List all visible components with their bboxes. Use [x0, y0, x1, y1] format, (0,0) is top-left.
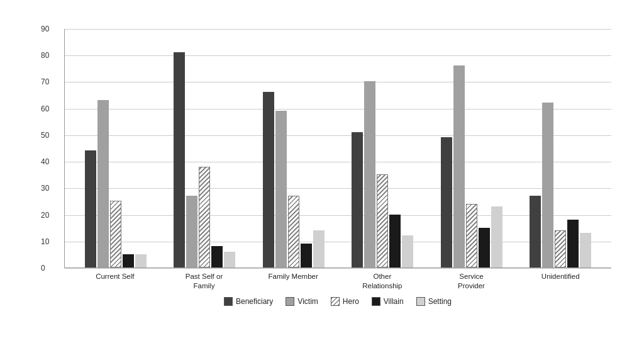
bar-hero-5	[555, 28, 566, 267]
bar-beneficiary-2	[263, 28, 274, 267]
y-tick-30: 30	[41, 184, 49, 193]
bar-beneficiary-0	[85, 28, 96, 267]
legend-label-villain: Villain	[384, 297, 404, 306]
bar-fill-beneficiary-0	[85, 150, 96, 267]
x-labels: Current SelfPast Self orFamilyFamily Mem…	[64, 268, 611, 291]
bar-fill-hero-4	[466, 204, 477, 267]
bar-fill-setting-0	[135, 254, 147, 267]
y-tick-50: 50	[41, 131, 49, 140]
legend-label-beneficiary: Beneficiary	[236, 297, 273, 306]
x-label-4: ServiceProvider	[427, 272, 516, 291]
x-label-2: Family Member	[248, 272, 338, 291]
bar-fill-hero-2	[288, 196, 299, 267]
bar-fill-victim-3	[364, 81, 375, 267]
legend-swatch-setting	[416, 297, 425, 306]
legend-swatch-victim	[286, 297, 294, 306]
bar-fill-villain-1	[211, 246, 223, 267]
legend-swatch-hero	[331, 297, 340, 306]
legend-item-victim: Victim	[286, 297, 318, 306]
bar-hero-0	[110, 28, 121, 267]
bar-fill-victim-4	[453, 65, 465, 267]
bar-hero-2	[288, 28, 299, 267]
bar-victim-5	[542, 28, 553, 267]
bar-fill-villain-4	[479, 228, 490, 267]
bar-group-3	[338, 28, 428, 267]
y-tick-40: 40	[41, 157, 49, 166]
bar-fill-victim-5	[542, 103, 553, 267]
bar-fill-beneficiary-2	[263, 92, 274, 267]
chart-container: 0102030405060708090 Current SelfPast Sel…	[20, 10, 624, 350]
legend-swatch-villain	[372, 297, 380, 306]
y-tick-90: 90	[41, 25, 49, 33]
bar-villain-1	[211, 28, 223, 267]
bar-group-2	[249, 28, 338, 267]
bar-setting-2	[313, 28, 325, 267]
bar-setting-4	[491, 28, 502, 267]
bar-fill-villain-3	[389, 215, 401, 267]
bar-villain-4	[479, 28, 490, 267]
bar-fill-setting-1	[224, 252, 235, 267]
y-tick-70: 70	[41, 77, 49, 86]
bar-fill-hero-5	[555, 230, 566, 267]
bar-victim-1	[186, 28, 197, 267]
bar-fill-villain-2	[301, 244, 312, 267]
bar-victim-2	[275, 28, 287, 267]
legend-label-setting: Setting	[428, 297, 452, 306]
bar-fill-beneficiary-3	[352, 132, 363, 267]
bar-setting-0	[135, 28, 147, 267]
bar-fill-setting-5	[580, 233, 591, 267]
bar-fill-beneficiary-5	[530, 196, 541, 267]
bar-fill-villain-0	[123, 254, 134, 267]
bar-fill-beneficiary-4	[441, 137, 452, 267]
x-label-0: Current Self	[70, 272, 160, 291]
bar-fill-beneficiary-1	[174, 52, 185, 267]
bar-setting-5	[580, 28, 591, 267]
bar-beneficiary-5	[530, 28, 541, 267]
bar-victim-4	[453, 28, 465, 267]
bar-fill-victim-1	[186, 196, 197, 267]
legend-label-hero: Hero	[343, 297, 359, 306]
legend-item-setting: Setting	[416, 297, 452, 306]
y-tick-10: 10	[41, 237, 49, 246]
legend-item-beneficiary: Beneficiary	[224, 297, 273, 306]
bar-villain-5	[567, 28, 579, 267]
legend-swatch-beneficiary	[224, 297, 233, 306]
bar-fill-setting-4	[491, 206, 502, 267]
y-tick-80: 80	[41, 51, 49, 60]
grid-line-0	[65, 268, 611, 269]
bar-fill-setting-3	[402, 235, 413, 267]
bar-group-1	[160, 28, 250, 267]
y-tick-20: 20	[41, 211, 49, 220]
bar-fill-victim-0	[97, 100, 109, 267]
bar-fill-victim-2	[275, 111, 287, 267]
chart-area: 0102030405060708090	[64, 29, 611, 268]
bar-villain-3	[389, 28, 401, 267]
x-label-3: OtherRelationship	[338, 272, 427, 291]
bar-fill-villain-5	[567, 220, 579, 267]
bar-fill-hero-0	[110, 201, 121, 267]
bar-victim-3	[364, 28, 375, 267]
bar-fill-setting-2	[313, 230, 325, 267]
bar-villain-2	[301, 28, 312, 267]
bar-victim-0	[97, 28, 109, 267]
bar-villain-0	[123, 28, 134, 267]
bar-beneficiary-4	[441, 28, 452, 267]
bar-hero-1	[199, 28, 210, 267]
bar-setting-1	[224, 28, 235, 267]
legend: BeneficiaryVictimHeroVillainSetting	[64, 297, 611, 306]
bar-beneficiary-1	[174, 28, 185, 267]
y-tick-60: 60	[41, 104, 49, 113]
bar-hero-3	[377, 28, 388, 267]
bar-setting-3	[402, 28, 413, 267]
bar-group-0	[71, 28, 160, 267]
legend-item-hero: Hero	[331, 297, 359, 306]
bar-beneficiary-3	[352, 28, 363, 267]
bar-hero-4	[466, 28, 477, 267]
x-label-1: Past Self orFamily	[160, 272, 249, 291]
bar-group-5	[516, 28, 606, 267]
bars-area	[65, 29, 611, 267]
legend-item-villain: Villain	[372, 297, 404, 306]
bar-fill-hero-3	[377, 174, 388, 267]
bar-group-4	[427, 28, 516, 267]
x-label-5: Unidentified	[516, 272, 605, 291]
